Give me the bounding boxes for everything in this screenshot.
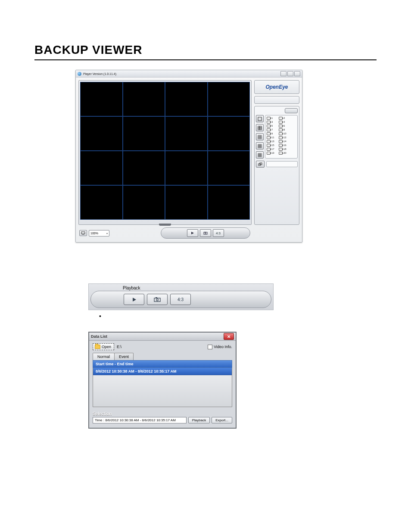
camera-icon	[267, 140, 271, 143]
camera-icon	[279, 132, 283, 135]
camera-icon	[203, 231, 208, 235]
camera-item-1[interactable]: 1	[267, 116, 276, 120]
maximize-button[interactable]	[287, 71, 293, 76]
play-icon	[132, 297, 137, 302]
layout-4-button[interactable]	[256, 124, 264, 131]
folder-icon	[95, 345, 100, 349]
camera-icon	[267, 148, 271, 151]
camera-item-11[interactable]: 11	[267, 136, 276, 140]
camera-item-19[interactable]: 19	[267, 151, 276, 155]
video-cell[interactable]	[123, 185, 165, 220]
camera-item-3[interactable]: 3	[267, 120, 276, 124]
camera-item-20[interactable]: 20	[279, 151, 288, 155]
video-cell[interactable]	[165, 151, 208, 185]
video-cell[interactable]	[208, 185, 250, 220]
camera-item-18[interactable]: 18	[279, 147, 288, 151]
minimize-button[interactable]	[280, 71, 286, 76]
camera-icon	[279, 144, 283, 147]
snapshot-button[interactable]	[200, 229, 211, 237]
camera-number: 7	[271, 128, 273, 132]
camera-item-16[interactable]: 16	[279, 143, 288, 147]
camera-icon	[279, 128, 283, 131]
video-cell[interactable]	[165, 82, 208, 116]
play-button[interactable]	[187, 229, 198, 237]
camera-item-13[interactable]: 13	[267, 140, 276, 143]
camera-icon	[279, 121, 283, 124]
video-cell[interactable]	[165, 116, 208, 151]
aspect-ratio-button[interactable]: 4:3	[170, 294, 191, 305]
camera-item-15[interactable]: 15	[267, 143, 276, 147]
video-cell[interactable]	[80, 116, 123, 151]
tab-event[interactable]: Event	[114, 353, 134, 360]
camera-item-2[interactable]: 2	[279, 116, 288, 120]
layout-16-button[interactable]	[256, 142, 264, 149]
snapshot-button[interactable]	[147, 294, 168, 305]
dialog-title: Data List	[91, 334, 224, 339]
video-info-label: Video Info.	[214, 345, 232, 349]
video-cell[interactable]	[208, 116, 250, 151]
svg-marker-9	[191, 232, 194, 234]
grid-3x3-icon	[258, 135, 262, 139]
dialog-close-button[interactable]: ✕	[224, 333, 234, 340]
eject-button[interactable]	[285, 108, 298, 113]
app-icon	[78, 72, 81, 76]
camera-number: 6	[283, 124, 285, 128]
open-button[interactable]: Open	[93, 343, 114, 350]
camera-item-8[interactable]: 8	[279, 128, 288, 132]
zoom-value: 100%	[90, 232, 98, 235]
camera-item-10[interactable]: 10	[279, 132, 288, 136]
camera-item-9[interactable]: 9	[267, 132, 276, 136]
camera-icon	[267, 144, 271, 147]
camera-number: 12	[283, 136, 286, 140]
list-row[interactable]: 8/6/2012 10:30:38 AM - 8/6/2012 10:35:17…	[93, 368, 232, 375]
layout-9-button[interactable]	[256, 133, 264, 140]
camera-item-14[interactable]: 14	[279, 140, 288, 143]
sequence-button[interactable]	[256, 161, 265, 168]
video-cell[interactable]	[165, 185, 208, 220]
close-button[interactable]	[294, 71, 300, 76]
svg-rect-0	[258, 117, 262, 121]
play-button[interactable]	[124, 294, 144, 305]
camera-item-5[interactable]: 5	[267, 124, 276, 128]
video-cell[interactable]	[123, 151, 165, 185]
video-cell[interactable]	[208, 151, 250, 185]
video-cell[interactable]	[80, 82, 123, 116]
resize-handle[interactable]	[80, 220, 250, 223]
playback-bar-block: Playback 4:3	[88, 283, 274, 310]
zoom-select[interactable]: 100%	[89, 230, 109, 236]
fit-screen-button[interactable]	[79, 230, 87, 236]
camera-number: 20	[283, 151, 286, 155]
camera-icon	[267, 132, 271, 135]
video-cell[interactable]	[123, 82, 165, 116]
video-cell[interactable]	[123, 116, 165, 151]
svg-rect-3	[258, 128, 260, 130]
camera-icon	[279, 136, 283, 139]
video-cell[interactable]	[208, 82, 250, 116]
video-info-checkbox[interactable]: Video Info.	[208, 345, 232, 349]
camera-icon	[279, 152, 283, 155]
camera-item-4[interactable]: 4	[279, 120, 288, 124]
export-button[interactable]: Export...	[212, 417, 232, 423]
aspect-ratio-button[interactable]: 4:3	[213, 229, 224, 237]
player-window: Player Version (1.0.11.4)	[75, 70, 302, 243]
layout-1-button[interactable]	[256, 115, 264, 122]
camera-number: 3	[271, 120, 273, 124]
camera-item-6[interactable]: 6	[279, 124, 288, 128]
brand-logo: OpenEye	[254, 80, 299, 94]
camera-item-17[interactable]: 17	[267, 147, 276, 151]
sequence-icon	[258, 162, 262, 166]
video-cell[interactable]	[80, 151, 123, 185]
video-cell[interactable]	[80, 185, 123, 220]
camera-icon	[279, 117, 283, 120]
layout-25-button[interactable]	[256, 151, 264, 159]
camera-number: 17	[271, 147, 274, 151]
page-title: BACKUP VIEWER	[34, 43, 377, 57]
camera-item-7[interactable]: 7	[267, 128, 276, 132]
selection-time: Time : 8/6/2012 10:30:38 AM - 8/6/2012 1…	[93, 417, 187, 423]
camera-item-12[interactable]: 12	[279, 136, 288, 140]
playback-button[interactable]: Playback	[188, 417, 210, 423]
tab-normal[interactable]: Normal	[93, 353, 115, 360]
window-title: Player Version (1.0.11.4)	[83, 72, 280, 75]
grid-2x2-icon	[258, 126, 262, 130]
playback-controls: 4:3	[161, 227, 250, 239]
